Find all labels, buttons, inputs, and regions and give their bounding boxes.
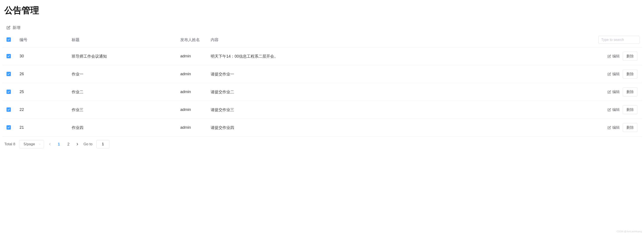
prev-page-button[interactable] <box>48 142 52 146</box>
check-icon <box>7 90 10 93</box>
row-checkbox[interactable] <box>6 54 11 58</box>
edit-icon <box>608 90 611 94</box>
edit-label: 编辑 <box>612 54 620 59</box>
pagination: Total 8 5/page 12 Go to <box>2 137 642 152</box>
edit-button[interactable]: 编辑 <box>606 106 622 114</box>
page-title: 公告管理 <box>2 4 642 16</box>
cell-author: admin <box>176 47 206 65</box>
cell-id: 25 <box>15 83 67 101</box>
check-icon <box>7 38 10 41</box>
cell-title: 作业三 <box>67 101 176 119</box>
table-row: 22 作业三 admin 请提交作业三 编辑 删除 <box>2 101 642 119</box>
page-number[interactable]: 2 <box>66 141 71 147</box>
edit-icon <box>608 126 611 129</box>
select-all-checkbox[interactable] <box>6 37 11 42</box>
goto-label: Go to <box>84 142 92 146</box>
check-icon <box>7 55 10 58</box>
table-row: 25 作业二 admin 请提交作业二 编辑 删除 <box>2 83 642 101</box>
header-author: 发布人姓名 <box>176 32 206 47</box>
edit-label: 编辑 <box>612 125 620 130</box>
cell-author: admin <box>176 65 206 83</box>
edit-button[interactable]: 编辑 <box>606 52 622 60</box>
total-label: Total 8 <box>4 142 15 146</box>
cell-title: 作业二 <box>67 83 176 101</box>
header-content: 内容 <box>206 32 594 47</box>
row-checkbox[interactable] <box>6 125 11 130</box>
cell-content: 请提交作业三 <box>206 101 594 119</box>
edit-icon <box>608 72 611 76</box>
cell-author: admin <box>176 101 206 119</box>
add-button[interactable]: 新增 <box>6 25 20 30</box>
cell-id: 26 <box>15 65 67 83</box>
cell-title: 班导师工作会议通知 <box>67 47 176 65</box>
edit-label: 编辑 <box>612 107 620 112</box>
cell-author: admin <box>176 83 206 101</box>
header-title: 标题 <box>67 32 176 47</box>
delete-button[interactable]: 删除 <box>623 105 638 114</box>
delete-button[interactable]: 删除 <box>623 123 638 132</box>
edit-icon <box>608 108 611 112</box>
cell-content: 请提交作业二 <box>206 83 594 101</box>
table-row: 26 作业一 admin 请提交作业一 编辑 删除 <box>2 65 642 83</box>
edit-label: 编辑 <box>612 72 620 77</box>
edit-label: 编辑 <box>612 89 620 94</box>
cell-content: 请提交作业四 <box>206 119 594 137</box>
cell-content: 请提交作业一 <box>206 65 594 83</box>
page-size-value: 5/page <box>24 142 35 146</box>
check-icon <box>7 72 10 76</box>
delete-button[interactable]: 删除 <box>623 87 638 96</box>
cell-id: 22 <box>15 101 67 119</box>
check-icon <box>7 108 10 111</box>
page-number[interactable]: 1 <box>56 141 62 147</box>
header-id: 编号 <box>15 32 67 47</box>
edit-button[interactable]: 编辑 <box>606 88 622 96</box>
search-input[interactable] <box>598 36 640 44</box>
edit-icon <box>608 55 611 58</box>
page-size-select[interactable]: 5/page <box>19 140 44 148</box>
cell-title: 作业四 <box>67 119 176 137</box>
row-checkbox[interactable] <box>6 90 11 94</box>
cell-title: 作业一 <box>67 65 176 83</box>
check-icon <box>7 126 10 129</box>
delete-button[interactable]: 删除 <box>623 70 638 79</box>
cell-id: 21 <box>15 119 67 137</box>
cell-content: 明天下午14：00信息工程系二层开会。 <box>206 47 594 65</box>
cell-author: admin <box>176 119 206 137</box>
table-row: 30 班导师工作会议通知 admin 明天下午14：00信息工程系二层开会。 编… <box>2 47 642 65</box>
row-checkbox[interactable] <box>6 72 11 76</box>
edit-button[interactable]: 编辑 <box>606 70 622 78</box>
table-header-row: 编号 标题 发布人姓名 内容 <box>2 32 642 47</box>
announcements-table: 编号 标题 发布人姓名 内容 30 班导师工作会议通知 admin 明天下午14… <box>2 32 642 137</box>
next-page-button[interactable] <box>75 142 80 146</box>
add-label: 新增 <box>12 25 20 30</box>
table-row: 21 作业四 admin 请提交作业四 编辑 删除 <box>2 119 642 137</box>
row-checkbox[interactable] <box>6 107 11 112</box>
cell-id: 30 <box>15 47 67 65</box>
edit-icon <box>6 26 10 30</box>
edit-button[interactable]: 编辑 <box>606 124 622 131</box>
goto-input[interactable] <box>96 140 110 148</box>
delete-button[interactable]: 删除 <box>623 52 638 61</box>
chevron-down-icon <box>38 143 41 145</box>
toolbar: 新增 <box>2 23 642 32</box>
